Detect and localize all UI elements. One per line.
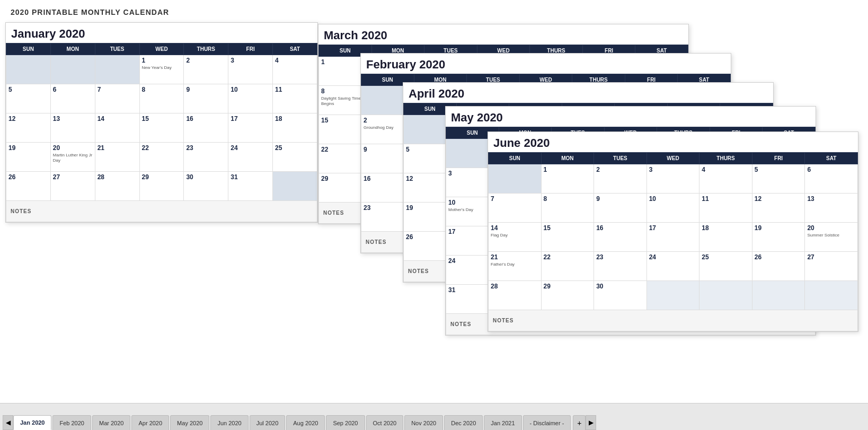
list-item: 6 xyxy=(805,164,858,194)
table-row: 21Father's Day 22 23 24 25 26 27 xyxy=(489,252,858,281)
jun-header-sat: SAT xyxy=(805,153,858,164)
february-title: February 2020 xyxy=(361,54,731,74)
list-item: 14Flag Day xyxy=(489,223,542,252)
tab-jan-2020[interactable]: Jan 2020 xyxy=(13,415,51,430)
jan-header-mon: MON xyxy=(50,43,95,55)
list-item: 8 xyxy=(139,84,184,113)
list-item xyxy=(6,55,51,84)
list-item: 19 xyxy=(6,143,51,172)
list-item: 4 xyxy=(273,55,317,84)
january-grid: SUN MON TUES WED THURS FRI SAT 1New Year… xyxy=(6,43,317,222)
list-item: 9 xyxy=(184,84,228,113)
list-item: 19 xyxy=(752,223,805,252)
list-item: 10 xyxy=(228,84,273,113)
tab-scroll-right-button[interactable]: ▶ xyxy=(586,415,596,430)
table-row: 28 29 30 xyxy=(489,281,858,310)
tab-jul-2020[interactable]: Jul 2020 xyxy=(250,415,286,430)
tab-apr-2020[interactable]: Apr 2020 xyxy=(131,415,169,430)
list-item: 14 xyxy=(95,113,139,143)
jun-header-fri: FRI xyxy=(752,153,805,164)
march-title: March 2020 xyxy=(318,24,688,45)
list-item xyxy=(273,172,317,201)
table-row: 5 6 7 8 9 10 11 xyxy=(6,84,317,113)
tab-may-2020[interactable]: May 2020 xyxy=(170,415,209,430)
tab-dec-2020[interactable]: Dec 2020 xyxy=(444,415,483,430)
list-item: 17 xyxy=(228,113,273,143)
list-item xyxy=(50,55,95,84)
list-item: 13 xyxy=(805,194,858,223)
table-row: 1 2 3 4 5 6 xyxy=(489,164,858,194)
list-item xyxy=(699,281,752,310)
list-item: 31 xyxy=(228,172,273,201)
tab-mar-2020[interactable]: Mar 2020 xyxy=(92,415,130,430)
calendar-january: January 2020 SUN MON TUES WED THURS FRI … xyxy=(5,22,318,223)
jan-header-thurs: THURS xyxy=(184,43,228,55)
tab-jun-2020[interactable]: Jun 2020 xyxy=(210,415,248,430)
jan-header-wed: WED xyxy=(139,43,184,55)
notes-label: NOTES xyxy=(6,201,317,222)
jan-header-tues: TUES xyxy=(95,43,139,55)
table-row: 26 27 28 29 30 31 xyxy=(6,172,317,201)
list-item: 23 xyxy=(594,252,647,281)
tab-sep-2020[interactable]: Sep 2020 xyxy=(326,415,365,430)
list-item: 13 xyxy=(50,113,95,143)
list-item: 27 xyxy=(805,252,858,281)
tab-jan-2021[interactable]: Jan 2021 xyxy=(484,415,521,430)
list-item: 29 xyxy=(541,281,594,310)
list-item: 30 xyxy=(594,281,647,310)
list-item xyxy=(805,281,858,310)
tab-disclaimer[interactable]: - Disclaimer - xyxy=(523,415,571,430)
list-item xyxy=(646,281,699,310)
tab-nov-2020[interactable]: Nov 2020 xyxy=(404,415,443,430)
list-item: 12 xyxy=(6,113,51,143)
jun-header-mon: MON xyxy=(541,153,594,164)
calendar-june: June 2020 SUN MON TUES WED THURS FRI SAT… xyxy=(488,131,858,332)
list-item: 15 xyxy=(541,223,594,252)
list-item: 24 xyxy=(646,252,699,281)
list-item: 5 xyxy=(752,164,805,194)
tab-aug-2020[interactable]: Aug 2020 xyxy=(286,415,325,430)
list-item: 15 xyxy=(139,113,184,143)
list-item: 23 xyxy=(184,143,228,172)
list-item: 30 xyxy=(184,172,228,201)
list-item: 9 xyxy=(594,194,647,223)
tab-add-button[interactable]: + xyxy=(573,415,586,430)
jun-header-thurs: THURS xyxy=(699,153,752,164)
list-item: 4 xyxy=(699,164,752,194)
list-item: 21Father's Day xyxy=(489,252,542,281)
list-item: 28 xyxy=(489,281,542,310)
list-item: 17 xyxy=(646,223,699,252)
tab-oct-2020[interactable]: Oct 2020 xyxy=(366,415,404,430)
jan-header-sun: SUN xyxy=(6,43,51,55)
list-item: 25 xyxy=(699,252,752,281)
table-row: 12 13 14 15 16 17 18 xyxy=(6,113,317,143)
list-item xyxy=(752,281,805,310)
jun-header-tues: TUES xyxy=(594,153,647,164)
list-item: 6 xyxy=(50,84,95,113)
list-item: 29 xyxy=(139,172,184,201)
tab-scroll-left-button[interactable]: ◀ xyxy=(3,415,13,430)
list-item: 7 xyxy=(95,84,139,113)
list-item: 1 xyxy=(541,164,594,194)
list-item: 21 xyxy=(95,143,139,172)
may-title: May 2020 xyxy=(446,107,816,127)
tab-feb-2020[interactable]: Feb 2020 xyxy=(52,415,91,430)
list-item: 2 xyxy=(594,164,647,194)
list-item: 28 xyxy=(95,172,139,201)
list-item: 3 xyxy=(228,55,273,84)
june-title: June 2020 xyxy=(488,132,858,152)
table-row: 7 8 9 10 11 12 13 xyxy=(489,194,858,223)
january-title: January 2020 xyxy=(6,23,317,43)
list-item: 27 xyxy=(50,172,95,201)
list-item xyxy=(489,164,542,194)
list-item: 18 xyxy=(699,223,752,252)
list-item: 2 xyxy=(184,55,228,84)
notes-label: NOTES xyxy=(489,310,858,331)
list-item: 10 xyxy=(646,194,699,223)
list-item: 24 xyxy=(228,143,273,172)
list-item: 26 xyxy=(6,172,51,201)
table-row: NOTES xyxy=(489,310,858,331)
table-row: 14Flag Day 15 16 17 18 19 20Summer Solst… xyxy=(489,223,858,252)
list-item: 1New Year's Day xyxy=(139,55,184,84)
list-item: 18 xyxy=(273,113,317,143)
